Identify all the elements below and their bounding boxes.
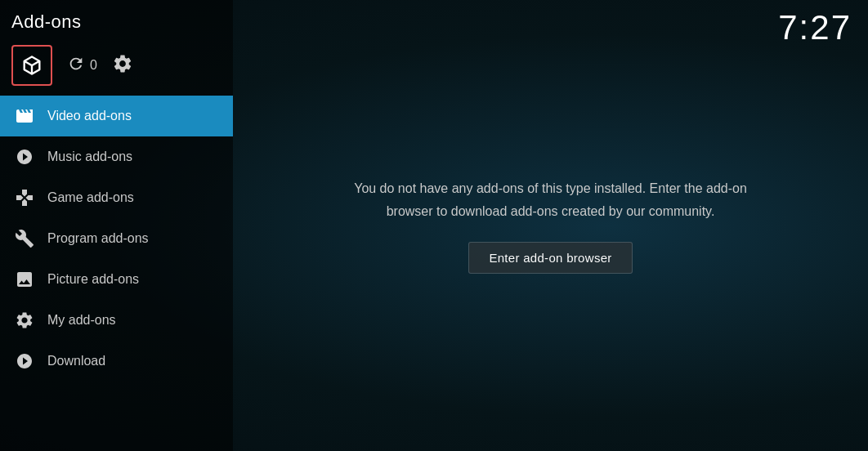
addon-box-icon[interactable] [11, 45, 52, 86]
refresh-icon [67, 55, 85, 76]
refresh-area[interactable]: 0 [67, 55, 97, 76]
sidebar-item-game[interactable]: Game add-ons [0, 177, 233, 218]
download-icon [15, 351, 34, 371]
time-display: 7:27 [778, 8, 852, 47]
sidebar: Add-ons 7:27 0 [0, 0, 233, 451]
sidebar-item-music-label: Music add-ons [47, 150, 132, 164]
sidebar-item-picture-label: Picture add-ons [47, 272, 139, 287]
sidebar-item-download-label: Download [47, 354, 105, 368]
enter-addon-browser-button[interactable]: Enter add-on browser [468, 242, 632, 274]
settings-icon[interactable] [112, 53, 133, 78]
myaddon-icon [15, 310, 34, 330]
sidebar-item-program-label: Program add-ons [47, 231, 149, 246]
sidebar-item-video[interactable]: Video add-ons [0, 96, 233, 136]
program-icon [15, 229, 34, 248]
sidebar-item-myaddon[interactable]: My add-ons [0, 300, 233, 341]
game-icon [15, 188, 34, 208]
nav-list: Video add-ons Music add-ons Game add-ons [0, 96, 233, 451]
music-icon [15, 147, 34, 167]
empty-message: You do not have any add-ons of this type… [347, 177, 755, 221]
page-title: Add-ons [11, 11, 81, 33]
video-icon [15, 106, 34, 126]
sidebar-item-download[interactable]: Download [0, 341, 233, 382]
sidebar-item-myaddon-label: My add-ons [47, 313, 116, 328]
sidebar-item-video-label: Video add-ons [47, 109, 132, 123]
main-content: You do not have any add-ons of this type… [233, 0, 868, 451]
sidebar-item-picture[interactable]: Picture add-ons [0, 259, 233, 300]
refresh-count: 0 [90, 58, 97, 73]
picture-icon [15, 270, 34, 289]
sidebar-item-game-label: Game add-ons [47, 190, 134, 205]
sidebar-item-music[interactable]: Music add-ons [0, 136, 233, 177]
sidebar-item-program[interactable]: Program add-ons [0, 218, 233, 259]
